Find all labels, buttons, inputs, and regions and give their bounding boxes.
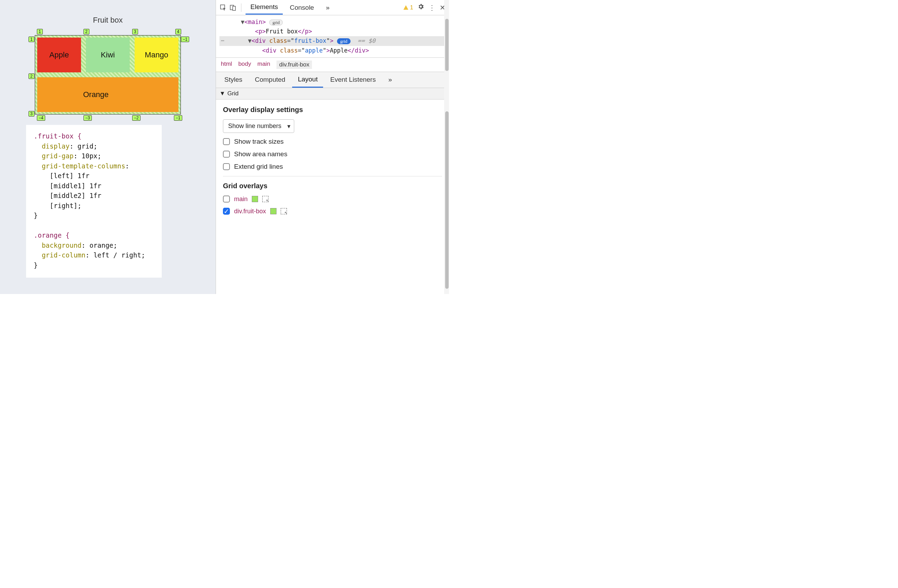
checkbox-icon[interactable]: ✓: [223, 208, 230, 215]
tabs-overflow[interactable]: »: [321, 1, 335, 14]
grid-cell-mango: Mango: [135, 38, 178, 72]
grid-cell-kiwi: Kiwi: [86, 38, 130, 72]
color-swatch[interactable]: [252, 196, 258, 202]
line-numbers-select[interactable]: Show line numbers: [223, 119, 294, 133]
inspect-icon[interactable]: [220, 4, 227, 11]
grid-line-number: −1: [174, 115, 182, 121]
checkbox-icon[interactable]: [223, 151, 230, 158]
show-area-names-option[interactable]: Show area names: [223, 150, 442, 158]
grid-line-number: 1: [37, 29, 43, 34]
dom-node-fruit-box[interactable]: ▼<div class="fruit-box"> grid == $0: [220, 36, 449, 46]
dom-node-p[interactable]: <p>Fruit box</p>: [220, 27, 449, 36]
grid-line-number: −4: [37, 115, 45, 121]
scrollbar[interactable]: [444, 0, 449, 294]
crumb-main[interactable]: main: [257, 60, 270, 69]
more-menu-icon[interactable]: ⋮: [429, 3, 435, 12]
checkbox-icon[interactable]: [223, 195, 230, 203]
layout-panel: Overlay display settings Show line numbe…: [216, 100, 449, 225]
scrollbar-thumb[interactable]: [445, 19, 449, 71]
grid-line-number: 4: [175, 29, 181, 34]
grid-line-number: 2: [83, 29, 89, 34]
devtools-toolbar: Elements Console » 1 ⋮ ✕: [216, 0, 449, 15]
grid-line-number: −3: [83, 115, 92, 121]
grid-overlay-wrapper: 1 2 3 4 1 2 3 −1 −4 −3 −2 −1 Apple Kiwi …: [35, 35, 181, 114]
color-swatch[interactable]: [270, 208, 277, 214]
warnings-badge[interactable]: 1: [403, 5, 413, 11]
fruit-box-grid: Apple Kiwi Mango Orange: [35, 35, 181, 114]
checkbox-icon[interactable]: [223, 138, 230, 145]
crumb-html[interactable]: html: [221, 60, 232, 69]
page-preview-pane: Fruit box 1 2 3 4 1 2 3 −1 −4 −3 −2 −1 A…: [0, 0, 215, 294]
subtab-event-listeners[interactable]: Event Listeners: [324, 72, 381, 87]
tab-console[interactable]: Console: [285, 1, 319, 14]
checkbox-icon[interactable]: [223, 163, 230, 170]
dom-node-main[interactable]: ▼<main> grid: [220, 17, 449, 27]
devtools-pane: Elements Console » 1 ⋮ ✕ ▼<main> grid <p…: [215, 0, 449, 294]
scrollbar-thumb[interactable]: [445, 111, 449, 289]
preview-title: Fruit box: [19, 15, 197, 25]
svg-rect-2: [233, 6, 235, 11]
tab-elements[interactable]: Elements: [246, 0, 283, 15]
overlay-settings-title: Overlay display settings: [223, 106, 442, 114]
grid-overlays-title: Grid overlays: [223, 182, 442, 190]
grid-line-number: −2: [132, 115, 140, 121]
grid-overlay-fruit-box[interactable]: ✓ div.fruit-box: [223, 208, 442, 215]
grid-overlay-main[interactable]: main: [223, 195, 442, 203]
grid-line-number: 3: [132, 29, 138, 34]
extend-grid-lines-option[interactable]: Extend grid lines: [223, 163, 442, 171]
breadcrumb: html body main div.fruit-box: [216, 57, 449, 72]
styles-subtabs: Styles Computed Layout Event Listeners »: [216, 72, 449, 88]
show-track-sizes-option[interactable]: Show track sizes: [223, 138, 442, 145]
locate-element-icon[interactable]: [262, 196, 269, 202]
subtabs-overflow[interactable]: »: [383, 72, 398, 87]
settings-icon[interactable]: [417, 3, 424, 12]
grid-line-number: 3: [29, 111, 34, 117]
grid-line-number: −1: [181, 37, 189, 42]
subtab-layout[interactable]: Layout: [292, 72, 323, 88]
device-toggle-icon[interactable]: [229, 4, 237, 11]
dom-tree[interactable]: ▼<main> grid <p>Fruit box</p> ▼<div clas…: [216, 15, 449, 57]
crumb-body[interactable]: body: [238, 60, 251, 69]
css-code-block: .fruit-box { display: grid; grid-gap: 10…: [26, 125, 162, 278]
grid-cell-orange: Orange: [37, 77, 178, 112]
crumb-fruit-box[interactable]: div.fruit-box: [277, 60, 312, 69]
dom-node-apple[interactable]: <div class="apple">Apple</div>: [220, 46, 449, 55]
grid-line-number: 2: [29, 74, 34, 79]
grid-cell-apple: Apple: [37, 38, 81, 72]
grid-section-header[interactable]: ▼Grid: [216, 88, 449, 100]
grid-line-number: 1: [29, 37, 34, 42]
subtab-styles[interactable]: Styles: [219, 72, 248, 87]
subtab-computed[interactable]: Computed: [249, 72, 291, 87]
locate-element-icon[interactable]: [281, 208, 287, 214]
